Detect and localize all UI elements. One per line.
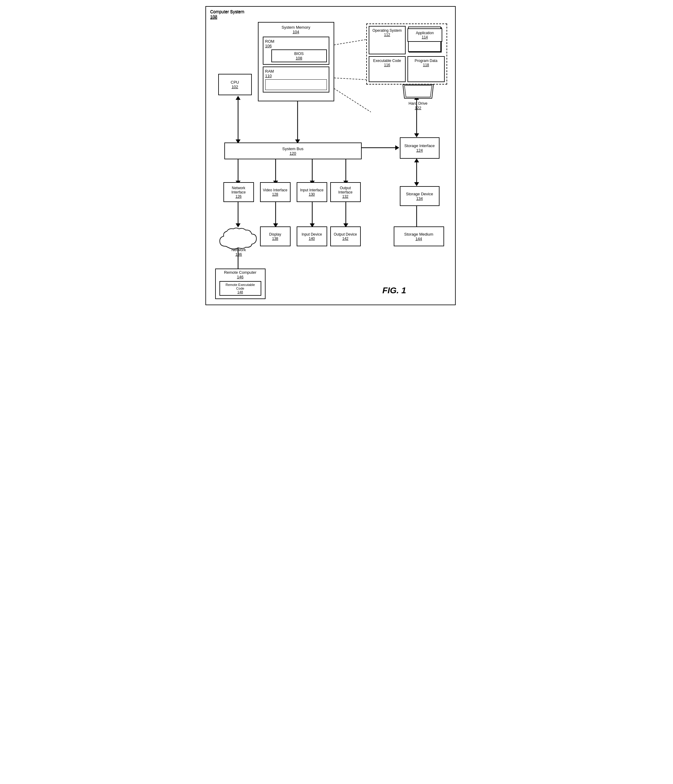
video-interface-label: Video Interface — [262, 188, 288, 192]
video-interface-box: Video Interface 128 — [260, 182, 291, 202]
video-interface-number: 128 — [262, 192, 288, 196]
display-label: Display — [262, 232, 288, 236]
output-device-label: Output Device — [333, 232, 358, 236]
input-device-number: 140 — [299, 236, 325, 241]
display-box: Display 138 — [260, 226, 291, 246]
computer-system-label: Computer System 100 — [210, 9, 245, 20]
network-interface-label: Network Interface — [226, 186, 251, 194]
hard-drive-shape — [401, 83, 435, 100]
output-interface-label: Output Interface — [333, 186, 358, 194]
network-interface-box: Network Interface 126 — [223, 182, 254, 202]
programs-grid: Operating System 112 Application 114 Exe… — [369, 26, 445, 82]
storage-interface-number: 124 — [402, 148, 437, 152]
storage-interface-box: Storage Interface 124 — [400, 137, 439, 159]
cpu-label: CPU — [221, 80, 249, 84]
application-stack: Application 114 — [407, 26, 445, 54]
input-interface-number: 130 — [299, 192, 325, 196]
executable-code-box: Executable Code 116 — [369, 56, 406, 82]
ram-box: RAM110 — [263, 67, 329, 92]
system-memory-box: System Memory 104 ROM106 BIOS 108 RAM110 — [258, 22, 334, 101]
bios-box: BIOS 108 — [271, 50, 327, 62]
hard-drive-area: Hard Drive 122 — [401, 83, 435, 110]
storage-medium-number: 144 — [396, 236, 442, 241]
storage-interface-label: Storage Interface — [402, 143, 437, 148]
network-area: Network 136 — [218, 226, 259, 257]
remote-computer-label: Remote Computer — [218, 270, 263, 275]
hard-drive-label: Hard Drive 122 — [401, 101, 435, 110]
system-bus-number: 120 — [227, 151, 359, 156]
system-memory-label: System Memory 104 — [260, 25, 332, 34]
storage-medium-box: Storage Medium 144 — [394, 226, 444, 246]
storage-device-label: Storage Device — [402, 192, 437, 196]
cpu-number: 102 — [221, 84, 249, 89]
input-device-label: Input Device — [299, 232, 325, 236]
network-cloud-shape — [218, 226, 259, 249]
output-interface-number: 132 — [333, 194, 358, 199]
svg-marker-13 — [414, 159, 419, 162]
rom-box: ROM106 BIOS 108 — [263, 37, 329, 65]
cpu-box: CPU 102 — [218, 74, 252, 95]
remote-executable-code-box: Remote Executable Code 148 — [220, 281, 261, 296]
storage-device-box: Storage Device 134 — [400, 186, 439, 206]
operating-system-box: Operating System 112 — [369, 26, 406, 54]
svg-marker-11 — [414, 133, 419, 137]
ram-inner — [265, 79, 327, 90]
program-data-box: Program Data 118 — [407, 56, 445, 82]
system-bus-label: System Bus — [227, 146, 359, 151]
remote-computer-box: Remote Computer 146 Remote Executable Co… — [215, 269, 266, 299]
ram-label: RAM110 — [265, 69, 327, 78]
dashed-programs-box: Operating System 112 Application 114 Exe… — [366, 23, 447, 84]
page: Computer System 102 — [206, 6, 468, 311]
remote-computer-number: 146 — [218, 275, 263, 279]
system-bus-box: System Bus 120 — [224, 143, 362, 159]
svg-marker-50 — [403, 84, 433, 98]
storage-device-number: 134 — [402, 196, 437, 201]
svg-marker-14 — [414, 182, 419, 186]
input-interface-box: Input Interface 130 — [297, 182, 327, 202]
svg-marker-1 — [236, 96, 240, 100]
output-interface-box: Output Interface 132 — [330, 182, 361, 202]
svg-marker-8 — [395, 145, 399, 150]
input-interface-label: Input Interface — [299, 188, 325, 192]
application-box: Application 114 — [407, 28, 442, 42]
input-device-box: Input Device 140 — [297, 226, 327, 246]
rom-label: ROM106 — [265, 39, 327, 48]
figure-label: FIG. 1 — [382, 286, 406, 296]
display-number: 138 — [262, 236, 288, 241]
output-device-box: Output Device 142 — [330, 226, 361, 246]
network-interface-number: 126 — [226, 194, 251, 199]
output-device-number: 142 — [333, 236, 358, 241]
storage-medium-label: Storage Medium — [396, 232, 442, 236]
diagram: Computer System 102 — [206, 6, 456, 305]
